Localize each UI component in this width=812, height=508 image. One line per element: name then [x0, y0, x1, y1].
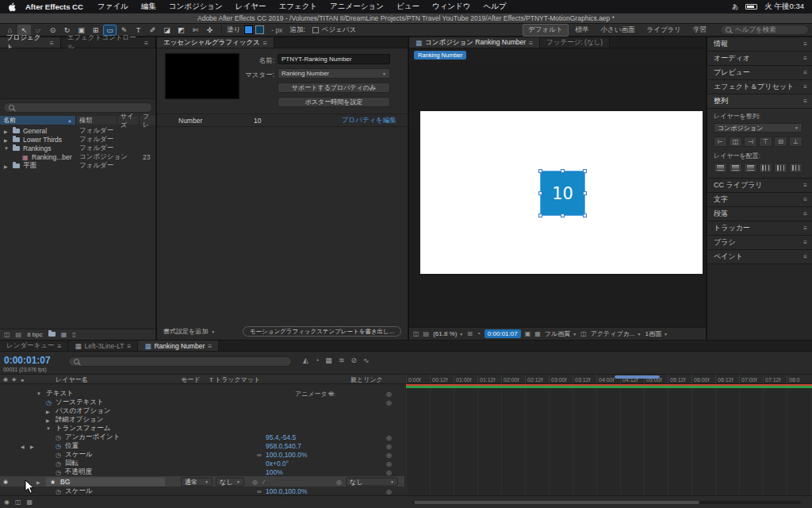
eg-set-poster-time-button[interactable]: ポスター時間を設定 [278, 97, 390, 107]
timeline-zoom-scrollbar[interactable] [412, 501, 801, 504]
eg-edit-properties-link[interactable]: プロパティを編集 [342, 116, 396, 125]
stopwatch-icon[interactable]: ◷ [56, 487, 61, 495]
stopwatch-icon[interactable]: ◷ [56, 468, 61, 475]
stopwatch-icon[interactable]: ◷ [56, 433, 61, 441]
audio-column-icon[interactable]: ◈ [12, 376, 16, 383]
eg-supported-properties-button[interactable]: サポートするプロパティのみ [278, 83, 390, 93]
blend-mode-dropdown[interactable]: 通常▼ [181, 477, 213, 486]
tab-timeline-left3line[interactable]: ▦Left-3Line-LT≡ [68, 341, 138, 351]
pickwhip-icon[interactable]: ◎ [386, 468, 392, 475]
work-area-bar[interactable] [615, 375, 660, 379]
property-row[interactable]: ◷ スケール ∞ 100.0,100.0% ◎ [0, 450, 404, 459]
menubar-item[interactable]: ビュー [390, 2, 426, 12]
rows-icon[interactable]: ▤ [16, 331, 22, 338]
sidebar-panel-tab[interactable]: プレビュー≡ [707, 66, 812, 80]
pickwhip-icon[interactable]: ◎ [386, 390, 392, 397]
property-group-row[interactable]: ▼ テキスト アニメーター: ⊕ ◎ [0, 389, 404, 398]
workspace-tab[interactable]: 学習 [688, 25, 711, 36]
sidebar-panel-tab[interactable]: ペイント≡ [707, 250, 812, 264]
toggle-motion-blur-icon[interactable]: ▦ [27, 498, 33, 506]
bezier-checkbox[interactable] [312, 27, 319, 33]
fill-color-swatch[interactable] [244, 25, 253, 34]
property-value[interactable]: 0x+0.0° [266, 460, 289, 468]
sidebar-panel-tab[interactable]: オーディオ≡ [707, 52, 812, 66]
safe-guides-icon[interactable]: ⊞ [467, 330, 473, 337]
stroke-width-value[interactable]: - px [271, 26, 282, 34]
frame-blend-icon[interactable]: ≋ [339, 356, 345, 364]
roi-icon[interactable]: ◫ [580, 330, 587, 337]
stopwatch-icon[interactable]: ◷ [56, 442, 61, 449]
property-row[interactable]: ◷ 回転 0x+0.0° ◎ [0, 459, 404, 468]
pickwhip-icon[interactable]: ◎ [386, 460, 392, 467]
twirl-closed-icon[interactable]: ▶ [4, 137, 8, 142]
workspace-tab[interactable]: デフォルト [523, 24, 569, 37]
tab-effect-controls[interactable]: エフェクトコントロール≡ [61, 37, 155, 48]
draft3d-icon[interactable]: ◔ [315, 356, 319, 364]
motion-blur-icon[interactable]: ⊘ [350, 356, 357, 364]
column-parent-link[interactable]: 親とリンク [350, 375, 383, 383]
align-button[interactable]: ◫ [729, 137, 742, 147]
add-animator-icon[interactable]: ⊕ [328, 390, 334, 398]
project-row[interactable]: ▶ Lower Thirds フォルダー [0, 135, 155, 144]
tab-footage[interactable]: フッテージ: (なし) [540, 37, 610, 48]
property-group-row[interactable]: ▶ 詳細オプション [0, 415, 404, 424]
align-button[interactable]: ⊥ [789, 137, 802, 147]
stopwatch-icon[interactable]: ◷ [46, 398, 52, 406]
parent-dropdown[interactable]: なし▼ [346, 477, 398, 486]
distribute-button[interactable] [759, 163, 772, 173]
twirl-closed-icon[interactable]: ▶ [46, 417, 50, 422]
menubar-item[interactable]: レイヤー [229, 2, 273, 12]
pickwhip-icon[interactable]: ◎ [386, 487, 392, 495]
item-name[interactable]: 平面 [23, 161, 36, 171]
twirl-open-icon[interactable]: ▼ [36, 391, 41, 396]
sidebar-panel-tab[interactable]: エフェクト＆プリセット≡ [707, 80, 812, 94]
sidebar-panel-tab[interactable]: トラッカー≡ [707, 221, 812, 236]
rows-icon[interactable]: ▤ [423, 330, 430, 337]
menubar-item[interactable]: ウィンドウ [426, 2, 477, 12]
zoom-tool-icon[interactable]: ⊙ [46, 25, 59, 36]
property-value[interactable]: 958.0,540.7 [266, 442, 301, 450]
track-matte-dropdown[interactable]: なし▼ [216, 477, 244, 486]
column-track-matte[interactable]: T トラックマット [209, 375, 260, 383]
workspace-tab[interactable]: 小さい画面 [596, 25, 640, 36]
sidebar-panel-tab[interactable]: 文字≡ [707, 193, 812, 207]
tab-render-queue[interactable]: レンダーキュー≡ [0, 341, 68, 351]
eye-icon[interactable]: ◉ [3, 479, 8, 485]
snapshot-icon[interactable]: ▣ [525, 330, 531, 337]
item-name[interactable]: Lower Thirds [23, 136, 62, 144]
battery-icon[interactable] [745, 4, 757, 10]
menubar-item[interactable]: ヘルプ [477, 2, 513, 12]
pickwhip-icon[interactable]: ◎ [336, 478, 342, 485]
new-folder-icon[interactable] [48, 331, 56, 338]
pickwhip-icon[interactable]: ◎ [386, 398, 392, 406]
eg-master-dropdown[interactable]: Ranking Number▼ [278, 68, 390, 79]
distribute-button[interactable] [774, 163, 787, 173]
menubar-item[interactable]: エフェクト [272, 2, 324, 12]
stroke-color-swatch[interactable] [255, 25, 264, 34]
pickwhip-icon[interactable]: ◎ [386, 442, 392, 449]
project-row[interactable]: ▶ General フォルダー [0, 126, 155, 135]
menubar-app-name[interactable]: After Effects CC [25, 2, 83, 11]
stopwatch-icon[interactable]: ◷ [56, 451, 61, 458]
eg-property-value[interactable]: 10 [254, 117, 261, 125]
brush-tool-icon[interactable]: ✐ [146, 25, 159, 36]
property-row[interactable]: ◷ アンカーポイント 95.4,-54.5 ◎ [0, 433, 404, 441]
view-layout-dropdown[interactable]: 1画面▼ [645, 329, 667, 338]
sidebar-panel-tab[interactable]: ブラシ≡ [707, 236, 812, 250]
property-value[interactable]: 100.0,100.0% [266, 487, 307, 495]
tab-timeline-ranking-number[interactable]: ▦Ranking Number≡ [138, 341, 219, 351]
eraser-tool-icon[interactable]: ◩ [174, 25, 188, 36]
project-row[interactable]: ▶ 平面 フォルダー [0, 161, 155, 170]
property-name[interactable]: スケール [65, 487, 93, 496]
item-name[interactable]: Rankings [23, 144, 51, 152]
layer-name[interactable]: BG [60, 478, 70, 486]
property-row[interactable]: ◷ スケール ∞ 100.0,100.0% ◎ [0, 487, 404, 495]
align-button[interactable]: ⊤ [759, 137, 772, 147]
camera-dropdown[interactable]: アクティブカ...▼ [591, 329, 642, 338]
twirl-open-icon[interactable]: ▼ [46, 426, 51, 431]
align-button[interactable]: ⊢ [714, 137, 727, 147]
column-size[interactable]: サイズ [117, 116, 140, 125]
timeline-search-input[interactable] [68, 356, 292, 367]
roto-brush-tool-icon[interactable]: ✄ [189, 25, 202, 36]
item-name[interactable]: General [23, 127, 47, 135]
